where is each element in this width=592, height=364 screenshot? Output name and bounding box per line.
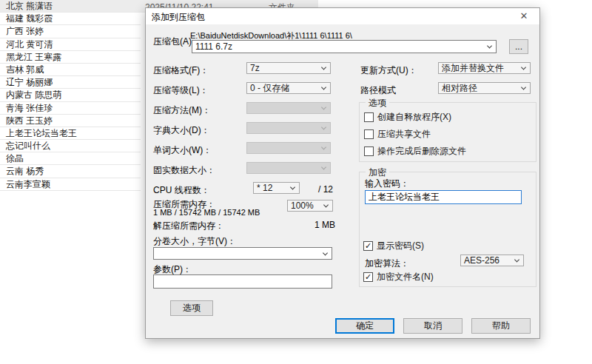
checkbox-icon — [364, 146, 374, 156]
file-row[interactable]: 云南 杨秀 — [0, 165, 141, 178]
create-sfx-checkbox[interactable]: 创建自释放程序(X) — [364, 111, 451, 124]
format-label: 压缩格式(F)： — [153, 64, 209, 77]
path-mode-value: 相对路径 — [442, 83, 477, 93]
update-mode-label: 更新方式(U)： — [360, 64, 417, 77]
file-name: 徐晶 — [6, 153, 24, 164]
format-combobox[interactable]: 7z — [246, 62, 331, 74]
file-name: 黑龙江 王寒露 — [6, 52, 61, 62]
ok-button[interactable]: 确定 — [335, 318, 394, 334]
solid-block-label: 固实数据大小： — [153, 164, 215, 177]
file-row[interactable]: 吉林 郭威 — [0, 64, 141, 76]
encryption-method-combobox[interactable]: AES-256 — [460, 255, 524, 266]
file-name: 内蒙古 陈思萌 — [6, 90, 61, 100]
memory-percent-value: 100% — [291, 200, 314, 211]
file-name: 云南 杨秀 — [6, 166, 44, 176]
password-label: 输入密码： — [365, 178, 409, 190]
memory-compress-detail: 1 MB / 15742 MB / 15742 MB — [153, 208, 260, 217]
password-input[interactable] — [365, 190, 522, 204]
file-row[interactable]: 河北 黄可清 — [0, 38, 141, 51]
file-name: 陕西 王玉婷 — [6, 115, 53, 126]
file-row[interactable]: 云南李宣颖 — [0, 178, 141, 191]
browse-button[interactable]: ... — [509, 39, 528, 54]
chevron-down-icon — [321, 144, 326, 149]
dictionary-combobox — [246, 122, 331, 134]
word-size-label: 单词大小(W)： — [153, 144, 212, 157]
file-row[interactable]: 青海 张佳珍 — [0, 102, 141, 115]
file-row[interactable]: 黑龙江 王寒露 — [0, 51, 141, 64]
cpu-threads-value: * 12 — [257, 183, 272, 193]
compress-shared-label: 压缩共享文件 — [377, 128, 431, 141]
show-password-checkbox[interactable]: ✓ 显示密码(S) — [363, 240, 424, 252]
file-row[interactable]: 徐晶 — [0, 152, 141, 165]
method-label: 压缩方法(M)： — [153, 104, 211, 117]
chevron-down-icon — [290, 184, 295, 189]
compress-shared-checkbox[interactable]: 压缩共享文件 — [364, 128, 431, 141]
chevron-down-icon — [323, 202, 329, 207]
level-combobox[interactable]: 0 - 仅存储 — [246, 82, 331, 94]
file-name: 云南李宣颖 — [6, 179, 50, 189]
cpu-threads-label: CPU 线程数： — [153, 184, 210, 197]
checkbox-checked-icon: ✓ — [363, 272, 373, 282]
method-combobox — [246, 102, 331, 114]
checkbox-icon — [364, 112, 374, 122]
update-mode-combobox[interactable]: 添加并替换文件 — [438, 62, 531, 74]
add-to-archive-dialog: 添加到压缩包 ✕ 压缩包(A)： E:\BaiduNetdiskDownload… — [145, 7, 540, 339]
chevron-down-icon — [323, 250, 328, 255]
dialog-titlebar: 添加到压缩包 ✕ — [146, 8, 539, 24]
format-value: 7z — [250, 63, 260, 73]
chevron-down-icon — [321, 84, 326, 90]
memory-decompress-label: 解压缩所需内存： — [153, 220, 224, 232]
encrypt-filenames-label: 加密文件名(N) — [377, 271, 434, 283]
file-name: 福建 魏彩霞 — [6, 13, 53, 24]
chevron-down-icon — [321, 104, 326, 109]
encrypt-filenames-checkbox[interactable]: ✓ 加密文件名(N) — [363, 271, 434, 283]
file-name: 上老王论坛当老王 — [6, 128, 77, 138]
file-row[interactable]: 广西 张婷 — [0, 25, 141, 38]
checkbox-checked-icon: ✓ — [363, 241, 373, 251]
level-label: 压缩等级(L)： — [153, 84, 209, 97]
encryption-method-label: 加密算法： — [365, 257, 409, 270]
chevron-down-icon — [321, 124, 326, 129]
file-name: 吉林 郭威 — [6, 64, 44, 75]
file-row[interactable]: 上老王论坛当老王 — [0, 127, 141, 140]
path-mode-combobox[interactable]: 相对路径 — [438, 82, 531, 94]
chevron-down-icon — [321, 64, 326, 70]
file-name: 忘记叫什么 — [6, 141, 50, 151]
screen: 北京 熊潇语 2025/11/10 22:41 文件夹 福建 魏彩霞 广西 张婷… — [0, 0, 592, 364]
cancel-button[interactable]: 取消 — [403, 318, 462, 334]
path-mode-label: 路径模式 — [360, 84, 396, 97]
options-button[interactable]: 选项 — [170, 300, 213, 316]
volume-size-label: 分卷大小，字节(V)： — [153, 235, 236, 248]
level-value: 0 - 仅存储 — [250, 83, 289, 93]
options-group-title: 选项 — [366, 97, 389, 109]
checkbox-icon — [364, 129, 374, 139]
cpu-threads-max: / 12 — [318, 184, 333, 195]
update-mode-value: 添加并替换文件 — [442, 63, 504, 73]
word-size-combobox — [246, 142, 331, 154]
file-row[interactable]: 辽宁 杨丽娜 — [0, 76, 141, 89]
file-row[interactable]: 陕西 王玉婷 — [0, 115, 141, 127]
archive-name-combobox[interactable]: 1111 6.7z — [192, 40, 497, 53]
delete-after-label: 操作完成后删除源文件 — [377, 145, 466, 158]
memory-percent-combobox[interactable]: 100% — [287, 200, 333, 212]
volume-size-combobox[interactable] — [153, 247, 332, 260]
chevron-down-icon — [321, 164, 326, 169]
file-row[interactable]: 内蒙古 陈思萌 — [0, 89, 141, 101]
close-icon[interactable]: ✕ — [513, 8, 535, 24]
file-name: 辽宁 杨丽娜 — [6, 77, 53, 87]
delete-after-checkbox[interactable]: 操作完成后删除源文件 — [364, 145, 466, 158]
encryption-method-value: AES-256 — [464, 255, 500, 266]
cpu-threads-combobox[interactable]: * 12 — [253, 182, 300, 194]
parameters-input[interactable] — [153, 274, 332, 289]
create-sfx-label: 创建自释放程序(X) — [377, 111, 451, 124]
chevron-down-icon — [514, 257, 519, 262]
memory-decompress-value: 1 MB — [314, 220, 335, 230]
dialog-title: 添加到压缩包 — [152, 11, 205, 24]
dictionary-label: 字典大小(D)： — [153, 124, 210, 137]
file-row[interactable]: 忘记叫什么 — [0, 140, 141, 152]
file-name: 河北 黄可清 — [6, 39, 53, 50]
file-row[interactable]: 福建 魏彩霞 — [0, 13, 141, 25]
chevron-down-icon — [521, 84, 526, 90]
help-button[interactable]: 帮助 — [471, 318, 531, 334]
file-name: 广西 张婷 — [6, 26, 44, 36]
